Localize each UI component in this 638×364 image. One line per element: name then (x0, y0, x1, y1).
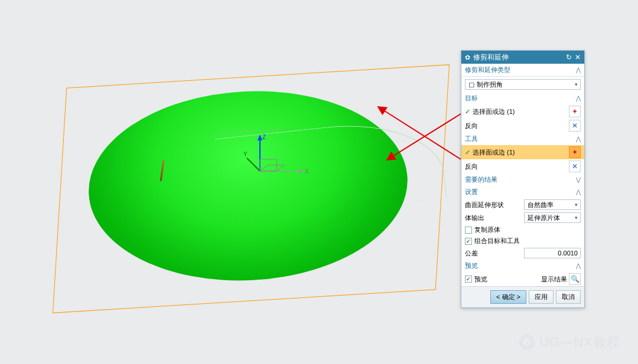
body-output-row: 体输出 延伸原片体 (461, 211, 584, 224)
show-result-label: 显示结果 (541, 275, 567, 284)
checkbox-unchecked-icon[interactable] (465, 227, 472, 234)
preview-checkbox[interactable]: ✓预览 (465, 275, 487, 284)
tool-pick-icon[interactable]: ✦ (569, 146, 581, 158)
refresh-icon[interactable]: ↻ (566, 53, 572, 61)
section-preview-label: 预览 (465, 261, 478, 270)
section-tool-header[interactable]: 工具 ⋀ (461, 133, 584, 145)
check-icon: ✓ (465, 108, 470, 115)
svg-marker-6 (260, 165, 285, 171)
chevron-up-icon: ⋀ (576, 67, 581, 73)
axis-triad[interactable]: X Z Y (242, 136, 313, 183)
watermark: ✆ UG—NX教程 (519, 333, 620, 351)
wechat-icon: ✆ (519, 335, 535, 350)
reverse-icon[interactable]: ✕ (569, 120, 581, 132)
tolerance-row: 公差 0.0010 (461, 247, 584, 260)
section-type-label: 修剪和延伸类型 (465, 65, 510, 74)
watermark-text: UG—NX教程 (539, 333, 620, 351)
section-result-label: 需要的结果 (465, 175, 497, 184)
check-icon: ✓ (465, 149, 470, 156)
tolerance-input[interactable]: 0.0010 (524, 248, 581, 258)
chevron-up-icon: ⋀ (576, 189, 581, 195)
target-reverse-row[interactable]: 反向 ✕ (461, 119, 584, 133)
extend-shape-dropdown[interactable]: 自然曲率 (524, 199, 581, 210)
group-tool-row[interactable]: ✓组合目标和工具 (461, 235, 584, 247)
target-pick-icon[interactable]: ✦ (569, 106, 581, 117)
axis-y-label: Y (243, 151, 248, 158)
chevron-down-icon: ⋁ (576, 176, 581, 183)
section-type-header[interactable]: 修剪和延伸类型 ⋀ (461, 64, 584, 76)
section-preview-header[interactable]: 预览 ⋀ (461, 260, 584, 272)
chevron-up-icon: ⋀ (576, 95, 581, 101)
checkbox-checked-icon[interactable]: ✓ (465, 238, 472, 245)
type-dropdown-value: 制作拐角 (477, 80, 503, 89)
target-reverse-label: 反向 (465, 122, 478, 130)
tool-select-row[interactable]: ✓选择面或边 (1) ✦ (461, 145, 584, 159)
show-result-button[interactable]: 🔍 (569, 273, 581, 285)
dialog-header[interactable]: ✿ 修剪和延伸 ↻ ✕ (461, 51, 584, 64)
dialog-title: 修剪和延伸 (473, 53, 563, 63)
section-settings-label: 设置 (465, 188, 478, 196)
dialog-button-bar: < 确定 > 应用 取消 (461, 286, 584, 307)
svg-line-4 (247, 158, 260, 171)
section-target-header[interactable]: 目标 ⋀ (461, 92, 584, 104)
section-settings-header[interactable]: 设置 ⋀ (461, 186, 584, 198)
copy-original-row[interactable]: 复制原体 (461, 224, 584, 235)
svg-marker-1 (298, 169, 303, 173)
svg-marker-3 (258, 135, 262, 140)
trim-extend-dialog: ✿ 修剪和延伸 ↻ ✕ 修剪和延伸类型 ⋀ ▢制作拐角 目标 ⋀ ✓选择面或边 … (461, 50, 585, 308)
tolerance-label: 公差 (465, 249, 478, 258)
extend-shape-label: 曲面延伸形状 (465, 201, 504, 209)
copy-original-label: 复制原体 (474, 225, 500, 234)
chevron-up-icon: ⋀ (576, 136, 581, 142)
reverse-icon[interactable]: ✕ (569, 160, 581, 172)
close-icon[interactable]: ✕ (575, 53, 581, 61)
tool-reverse-label: 反向 (465, 162, 478, 171)
tool-select-label: 选择面或边 (1) (473, 149, 515, 156)
apply-button[interactable]: 应用 (529, 290, 554, 304)
extend-shape-row: 曲面延伸形状 自然曲率 (461, 198, 584, 211)
checkbox-checked-icon[interactable]: ✓ (465, 276, 472, 283)
preview-checkbox-label: 预览 (474, 275, 487, 284)
chevron-up-icon: ⋀ (576, 263, 581, 269)
ok-button[interactable]: < 确定 > (490, 290, 526, 304)
target-select-row[interactable]: ✓选择面或边 (1) ✦ (461, 104, 584, 119)
type-dropdown[interactable]: ▢制作拐角 (465, 79, 581, 90)
cancel-button[interactable]: 取消 (556, 290, 581, 304)
axis-x-label: X (305, 168, 309, 175)
gear-icon: ✿ (465, 54, 470, 61)
body-output-dropdown[interactable]: 延伸原片体 (524, 212, 581, 223)
tool-reverse-row[interactable]: 反向 ✕ (461, 159, 584, 173)
body-output-label: 体输出 (465, 214, 484, 222)
target-select-label: 选择面或边 (1) (473, 108, 515, 115)
section-target-label: 目标 (465, 94, 478, 103)
section-tool-label: 工具 (465, 135, 478, 143)
preview-row: ✓预览 显示结果 🔍 (461, 272, 584, 286)
axis-z-label: Z (262, 134, 266, 140)
group-tool-label: 组合目标和工具 (474, 237, 520, 245)
section-result-header[interactable]: 需要的结果 ⋁ (461, 173, 584, 186)
